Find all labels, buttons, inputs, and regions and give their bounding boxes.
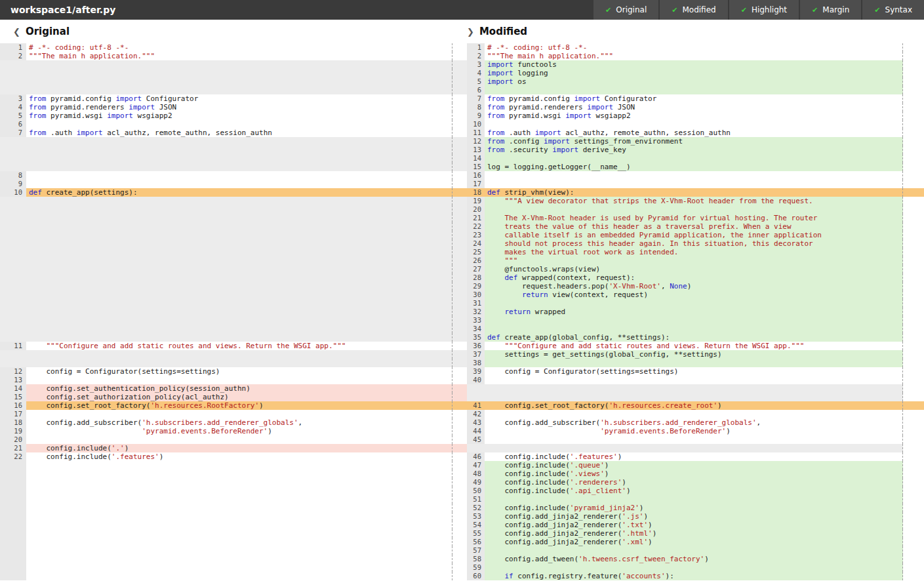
change-margin bbox=[452, 563, 467, 572]
code-token: ) bbox=[159, 452, 164, 461]
line-number: 48 bbox=[467, 470, 485, 478]
code-row: 6 bbox=[0, 120, 467, 129]
code-token: def bbox=[487, 333, 500, 342]
code-row: 9from pyramid.wsgi import wsgiapp2 bbox=[467, 111, 924, 120]
change-margin bbox=[452, 86, 467, 94]
toolbar-button-margin[interactable]: ✔Margin bbox=[800, 0, 861, 20]
code-token: '.renderers' bbox=[570, 478, 622, 487]
toolbar-button-syntax[interactable]: ✔Syntax bbox=[862, 0, 924, 20]
code-token: config.include( bbox=[29, 444, 111, 452]
change-margin bbox=[903, 299, 924, 308]
code-row bbox=[0, 60, 467, 69]
change-margin bbox=[452, 376, 467, 384]
change-margin bbox=[903, 256, 924, 265]
change-margin bbox=[903, 94, 924, 103]
code-line bbox=[26, 308, 452, 316]
change-margin bbox=[452, 572, 467, 580]
line-number: 49 bbox=[467, 478, 485, 487]
code-line bbox=[26, 86, 452, 94]
change-margin bbox=[903, 188, 924, 197]
code-token: ) bbox=[653, 529, 657, 538]
change-margin bbox=[903, 487, 924, 495]
change-margin bbox=[452, 452, 467, 461]
line-number bbox=[0, 205, 26, 214]
pane-modified[interactable]: 1# -*- coding: utf-8 -*-2"""The main h a… bbox=[467, 43, 924, 581]
code-line: config.set_root_factory('h.resources.cre… bbox=[485, 401, 903, 410]
code-token: ) bbox=[726, 427, 731, 435]
code-line: The X-Vhm-Root header is used by Pyramid… bbox=[485, 214, 903, 222]
change-margin bbox=[903, 333, 924, 342]
code-token: config = Configurator(settings=settings) bbox=[487, 367, 678, 376]
toolbar-button-label: Modified bbox=[682, 5, 715, 14]
code-token: ) bbox=[639, 504, 644, 512]
code-row bbox=[467, 384, 924, 393]
change-margin bbox=[452, 60, 467, 69]
change-margin bbox=[903, 435, 924, 444]
code-line bbox=[26, 222, 452, 231]
code-line: config.set_authorization_policy(acl_auth… bbox=[26, 393, 452, 401]
change-margin bbox=[452, 384, 467, 393]
change-margin bbox=[903, 470, 924, 478]
change-margin bbox=[903, 367, 924, 376]
code-row: 40 bbox=[467, 376, 924, 384]
change-margin bbox=[903, 410, 924, 418]
code-row bbox=[0, 239, 467, 248]
change-margin bbox=[452, 325, 467, 333]
code-line: config.add_jinja2_renderer('.js') bbox=[485, 512, 903, 521]
code-row bbox=[0, 555, 467, 563]
code-line bbox=[485, 299, 903, 308]
code-row: 4from pyramid.renderers import JSON bbox=[0, 103, 467, 111]
code-row bbox=[0, 231, 467, 239]
code-line: """Configure and add static routes and v… bbox=[485, 342, 903, 350]
code-token: """ bbox=[487, 256, 517, 265]
pane-original[interactable]: 1# -*- coding: utf-8 -*-2"""The main h a… bbox=[0, 43, 467, 581]
code-row bbox=[0, 197, 467, 205]
line-number: 44 bbox=[467, 427, 485, 435]
code-row: 12 config = Configurator(settings=settin… bbox=[0, 367, 467, 376]
line-number: 13 bbox=[467, 146, 485, 154]
code-token: ) bbox=[259, 401, 264, 410]
code-line: treats the value of this header as a tra… bbox=[485, 222, 903, 231]
code-token: wrapped bbox=[531, 308, 565, 316]
toolbar-button-modified[interactable]: ✔Modified bbox=[660, 0, 727, 20]
code-row: 1# -*- coding: utf-8 -*- bbox=[0, 43, 467, 52]
code-line: config.include('.renderers') bbox=[485, 478, 903, 487]
code-line: config.include('.features') bbox=[26, 452, 452, 461]
code-token: Configurator bbox=[600, 94, 656, 103]
change-margin bbox=[903, 214, 924, 222]
line-number bbox=[0, 546, 26, 555]
line-number bbox=[0, 359, 26, 367]
code-row bbox=[0, 222, 467, 231]
code-row bbox=[0, 572, 467, 580]
code-line: makes the virtual root work as intended. bbox=[485, 248, 903, 256]
code-line: config.add_subscriber('h.subscribers.add… bbox=[485, 418, 903, 427]
code-line bbox=[26, 214, 452, 222]
line-number: 18 bbox=[0, 418, 26, 427]
line-number bbox=[0, 504, 26, 512]
change-margin bbox=[452, 299, 467, 308]
code-row bbox=[0, 137, 467, 146]
line-number: 31 bbox=[467, 299, 485, 308]
code-line: config.include('.') bbox=[26, 444, 452, 452]
code-token: import bbox=[487, 69, 513, 77]
code-line bbox=[26, 487, 452, 495]
code-row: 2"""The main h application.""" bbox=[0, 52, 467, 60]
line-number: 14 bbox=[0, 384, 26, 393]
code-line bbox=[26, 77, 452, 86]
code-token bbox=[487, 197, 505, 205]
code-line: callable itself is an embedded Pyramid a… bbox=[485, 231, 903, 239]
code-token: config.add_subscriber( bbox=[29, 418, 142, 427]
code-line bbox=[26, 470, 452, 478]
line-number bbox=[0, 555, 26, 563]
line-number: 43 bbox=[467, 418, 485, 427]
code-line bbox=[485, 171, 903, 180]
code-token: ) bbox=[125, 444, 129, 452]
code-token: callable itself is an embedded Pyramid a… bbox=[487, 231, 822, 239]
toolbar-button-original[interactable]: ✔Original bbox=[593, 0, 658, 20]
code-line: config.include('.queue') bbox=[485, 461, 903, 470]
toolbar-button-highlight[interactable]: ✔Highlight bbox=[729, 0, 799, 20]
line-number: 52 bbox=[467, 504, 485, 512]
line-number: 15 bbox=[467, 163, 485, 171]
code-token: pyramid.renderers bbox=[505, 103, 588, 111]
code-line bbox=[485, 205, 903, 214]
